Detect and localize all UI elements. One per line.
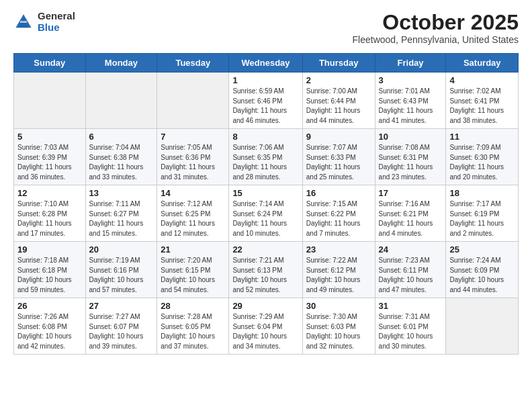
calendar-cell: 15Sunrise: 7:14 AM Sunset: 6:24 PM Dayli… [229,185,302,242]
cell-info: Sunrise: 7:18 AM Sunset: 6:18 PM Dayligh… [17,256,82,295]
cell-day-number: 5 [17,132,82,142]
cell-info: Sunrise: 7:04 AM Sunset: 6:38 PM Dayligh… [89,143,154,182]
calendar-cell: 31Sunrise: 7:31 AM Sunset: 6:01 PM Dayli… [375,298,446,355]
calendar-cell: 21Sunrise: 7:20 AM Sunset: 6:15 PM Dayli… [157,242,229,298]
cell-info: Sunrise: 7:08 AM Sunset: 6:31 PM Dayligh… [379,143,443,182]
cell-day-number: 14 [161,188,225,198]
cell-day-number: 31 [379,301,443,311]
cell-day-number: 9 [306,132,371,142]
calendar-cell: 3Sunrise: 7:01 AM Sunset: 6:43 PM Daylig… [375,73,446,129]
page: General Blue October 2025 Fleetwood, Pen… [0,0,532,411]
calendar-cell: 9Sunrise: 7:07 AM Sunset: 6:33 PM Daylig… [302,129,375,185]
cell-day-number: 29 [232,301,298,311]
calendar-subtitle: Fleetwood, Pennsylvania, United States [353,34,519,45]
calendar-cell: 14Sunrise: 7:12 AM Sunset: 6:25 PM Dayli… [157,185,229,242]
calendar-cell: 22Sunrise: 7:21 AM Sunset: 6:13 PM Dayli… [229,242,302,298]
logo: General Blue [13,11,75,33]
cell-day-number: 26 [17,301,82,311]
cell-info: Sunrise: 7:00 AM Sunset: 6:44 PM Dayligh… [306,87,371,126]
calendar-cell [14,73,86,129]
cell-day-number: 22 [232,244,298,255]
cell-info: Sunrise: 7:06 AM Sunset: 6:35 PM Dayligh… [232,143,298,182]
cell-info: Sunrise: 7:20 AM Sunset: 6:15 PM Dayligh… [161,256,225,295]
calendar-cell: 11Sunrise: 7:09 AM Sunset: 6:30 PM Dayli… [446,129,519,185]
cell-day-number: 12 [17,188,82,198]
calendar-week-row: 26Sunrise: 7:26 AM Sunset: 6:08 PM Dayli… [14,298,519,355]
cell-info: Sunrise: 7:28 AM Sunset: 6:05 PM Dayligh… [161,312,225,351]
cell-info: Sunrise: 7:12 AM Sunset: 6:25 PM Dayligh… [161,199,225,238]
calendar-week-row: 5Sunrise: 7:03 AM Sunset: 6:39 PM Daylig… [14,129,519,185]
cell-day-number: 27 [89,301,154,311]
cell-day-number: 25 [449,244,515,255]
calendar-cell: 4Sunrise: 7:02 AM Sunset: 6:41 PM Daylig… [446,73,519,129]
cell-info: Sunrise: 7:27 AM Sunset: 6:07 PM Dayligh… [89,312,154,351]
cell-day-number: 23 [306,244,371,255]
calendar-table: SundayMondayTuesdayWednesdayThursdayFrid… [13,53,519,355]
cell-info: Sunrise: 7:10 AM Sunset: 6:28 PM Dayligh… [17,199,82,238]
calendar-cell: 20Sunrise: 7:19 AM Sunset: 6:16 PM Dayli… [85,242,157,298]
calendar-cell: 12Sunrise: 7:10 AM Sunset: 6:28 PM Dayli… [14,185,86,242]
calendar-cell: 29Sunrise: 7:29 AM Sunset: 6:04 PM Dayli… [229,298,302,355]
cell-day-number: 10 [379,132,443,142]
calendar-title: October 2025 [353,11,519,34]
calendar-cell: 16Sunrise: 7:15 AM Sunset: 6:22 PM Dayli… [302,185,375,242]
calendar-cell: 30Sunrise: 7:30 AM Sunset: 6:03 PM Dayli… [302,298,375,355]
calendar-cell: 18Sunrise: 7:17 AM Sunset: 6:19 PM Dayli… [446,185,519,242]
cell-day-number: 13 [89,188,154,198]
cell-day-number: 2 [306,75,371,85]
calendar-cell: 6Sunrise: 7:04 AM Sunset: 6:38 PM Daylig… [85,129,157,185]
calendar-cell: 28Sunrise: 7:28 AM Sunset: 6:05 PM Dayli… [157,298,229,355]
cell-info: Sunrise: 7:01 AM Sunset: 6:43 PM Dayligh… [379,87,443,126]
calendar-cell: 8Sunrise: 7:06 AM Sunset: 6:35 PM Daylig… [229,129,302,185]
cell-day-number: 3 [379,75,443,85]
cell-day-number: 11 [449,132,515,142]
calendar-cell [85,73,157,129]
calendar-cell: 13Sunrise: 7:11 AM Sunset: 6:27 PM Dayli… [85,185,157,242]
cell-day-number: 4 [449,75,515,85]
day-of-week-header: Monday [85,54,157,73]
calendar-cell: 24Sunrise: 7:23 AM Sunset: 6:11 PM Dayli… [375,242,446,298]
cell-day-number: 6 [89,132,154,142]
day-of-week-header: Friday [375,54,446,73]
cell-day-number: 15 [232,188,298,198]
header: General Blue October 2025 Fleetwood, Pen… [13,11,519,45]
cell-day-number: 8 [232,132,298,142]
day-of-week-header: Tuesday [157,54,229,73]
calendar-cell: 23Sunrise: 7:22 AM Sunset: 6:12 PM Dayli… [302,242,375,298]
calendar-cell: 27Sunrise: 7:27 AM Sunset: 6:07 PM Dayli… [85,298,157,355]
cell-day-number: 17 [379,188,443,198]
cell-day-number: 21 [161,244,225,255]
cell-day-number: 20 [89,244,154,255]
cell-info: Sunrise: 7:17 AM Sunset: 6:19 PM Dayligh… [449,199,515,238]
logo-icon [13,12,34,32]
cell-info: Sunrise: 7:11 AM Sunset: 6:27 PM Dayligh… [89,199,154,238]
cell-info: Sunrise: 7:16 AM Sunset: 6:21 PM Dayligh… [379,199,443,238]
logo-general: General [38,11,75,22]
day-of-week-header: Sunday [14,54,86,73]
cell-info: Sunrise: 7:02 AM Sunset: 6:41 PM Dayligh… [449,87,515,126]
cell-info: Sunrise: 7:07 AM Sunset: 6:33 PM Dayligh… [306,143,371,182]
cell-day-number: 19 [17,244,82,255]
calendar-cell: 25Sunrise: 7:24 AM Sunset: 6:09 PM Dayli… [446,242,519,298]
cell-info: Sunrise: 7:19 AM Sunset: 6:16 PM Dayligh… [89,256,154,295]
calendar-cell [446,298,519,355]
cell-day-number: 30 [306,301,371,311]
cell-info: Sunrise: 7:03 AM Sunset: 6:39 PM Dayligh… [17,143,82,182]
svg-rect-2 [20,21,27,23]
cell-info: Sunrise: 7:05 AM Sunset: 6:36 PM Dayligh… [161,143,225,182]
cell-info: Sunrise: 7:14 AM Sunset: 6:24 PM Dayligh… [232,199,298,238]
cell-day-number: 18 [449,188,515,198]
day-of-week-header: Thursday [302,54,375,73]
calendar-cell: 7Sunrise: 7:05 AM Sunset: 6:36 PM Daylig… [157,129,229,185]
calendar-cell: 1Sunrise: 6:59 AM Sunset: 6:46 PM Daylig… [229,73,302,129]
calendar-cell: 5Sunrise: 7:03 AM Sunset: 6:39 PM Daylig… [14,129,86,185]
calendar-header-row: SundayMondayTuesdayWednesdayThursdayFrid… [14,54,519,73]
cell-info: Sunrise: 7:09 AM Sunset: 6:30 PM Dayligh… [449,143,515,182]
title-block: October 2025 Fleetwood, Pennsylvania, Un… [353,11,519,45]
cell-info: Sunrise: 7:24 AM Sunset: 6:09 PM Dayligh… [449,256,515,295]
calendar-cell: 2Sunrise: 7:00 AM Sunset: 6:44 PM Daylig… [302,73,375,129]
logo-text: General Blue [38,11,75,33]
day-of-week-header: Wednesday [229,54,302,73]
cell-day-number: 28 [161,301,225,311]
calendar-cell: 17Sunrise: 7:16 AM Sunset: 6:21 PM Dayli… [375,185,446,242]
